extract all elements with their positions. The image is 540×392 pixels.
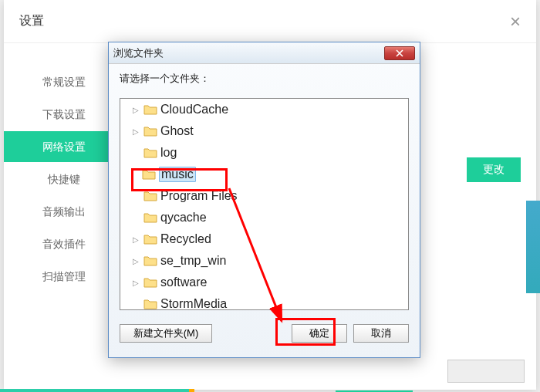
folder-icon: [143, 147, 157, 159]
folder-icon: [143, 103, 157, 116]
tree-item-programfiles[interactable]: Program Files: [120, 185, 408, 207]
folder-icon: [143, 233, 157, 245]
chevron-right-icon: ▷: [133, 257, 140, 265]
settings-title: 设置: [19, 13, 44, 29]
folder-icon: [143, 125, 157, 137]
browse-button-row: 新建文件夹(M) 确定 取消: [109, 315, 420, 352]
sidebar-item-network[interactable]: 网络设置: [4, 131, 123, 162]
folder-icon: [143, 211, 157, 224]
chevron-right-icon: ▷: [133, 279, 140, 287]
sidebar-item-download[interactable]: 下载设置: [4, 99, 123, 130]
decorative-strip: [526, 201, 540, 293]
tree-item-setmpwin[interactable]: ▷ se_tmp_win: [120, 250, 408, 272]
sidebar-item-scan[interactable]: 扫描管理: [4, 261, 123, 292]
new-folder-button[interactable]: 新建文件夹(M): [120, 324, 212, 343]
cancel-button[interactable]: 取消: [353, 324, 409, 343]
folder-icon: [143, 276, 157, 289]
sidebar-item-effects[interactable]: 音效插件: [4, 228, 123, 259]
close-icon[interactable]: ×: [510, 12, 521, 31]
progress-bar: [0, 389, 540, 392]
chevron-right-icon: ▷: [133, 127, 140, 136]
tree-item-stormmedia[interactable]: StormMedia: [120, 293, 408, 310]
tree-item-log[interactable]: log: [120, 142, 408, 164]
sidebar-item-general[interactable]: 常规设置: [4, 66, 123, 97]
tree-item-ghost[interactable]: ▷ Ghost: [120, 120, 408, 142]
change-button[interactable]: 更改: [467, 157, 521, 182]
ok-button[interactable]: 确定: [292, 324, 347, 343]
browse-prompt: 请选择一个文件夹：: [109, 64, 420, 93]
tree-item-qycache[interactable]: qycache: [120, 207, 408, 228]
chevron-right-icon: ▷: [133, 106, 140, 114]
tree-item-cloudcache[interactable]: ▷ CloudCache: [120, 99, 408, 120]
browse-title: 浏览文件夹: [113, 46, 164, 60]
browse-folder-dialog: 浏览文件夹 请选择一个文件夹： ▷ CloudCache ▷ Ghost log…: [108, 42, 420, 358]
browse-close-button[interactable]: [384, 46, 415, 60]
folder-tree[interactable]: ▷ CloudCache ▷ Ghost log music Program F…: [120, 98, 409, 310]
sidebar: 常规设置 下载设置 网络设置 快捷键 音频输出 音效插件 扫描管理: [4, 43, 123, 390]
chevron-right-icon: ▷: [133, 235, 140, 244]
folder-icon: [143, 298, 157, 310]
sidebar-item-audio[interactable]: 音频输出: [4, 196, 123, 227]
close-icon: [395, 49, 404, 57]
tree-item-software[interactable]: ▷ software: [120, 272, 408, 293]
folder-icon: [143, 190, 157, 202]
folder-icon: [142, 168, 156, 181]
folder-icon: [143, 255, 157, 267]
tree-item-music[interactable]: music: [120, 164, 408, 185]
thumb-placeholder: [447, 360, 525, 383]
tree-item-recycled[interactable]: ▷ Recycled: [120, 228, 408, 250]
header: 设置 ×: [4, 0, 536, 43]
sidebar-item-shortcut[interactable]: 快捷键: [4, 164, 123, 194]
browse-header: 浏览文件夹: [109, 42, 420, 64]
